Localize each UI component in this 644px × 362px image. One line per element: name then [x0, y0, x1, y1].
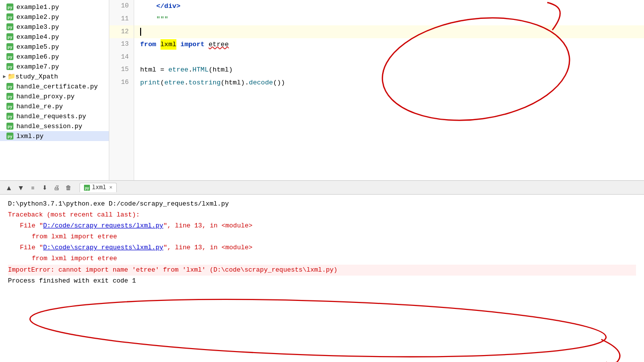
code-text: (html)	[209, 65, 233, 75]
svg-point-1	[29, 292, 607, 362]
code-text: (	[161, 77, 164, 88]
tab-close-button[interactable]: ×	[109, 185, 113, 191]
terminal-section: ▲ ▼ ≡ ⬇ 🖨 🗑 py lxml × D:\python3.7.1\pyt…	[0, 181, 644, 362]
code-line-14	[134, 51, 644, 64]
code-line-12	[134, 25, 644, 38]
sidebar-item-handle-proxy[interactable]: py handle_proxy.py	[0, 91, 109, 101]
py-file-icon: py	[6, 3, 14, 11]
line-numbers: 10 11 12 13 14 15 16	[109, 0, 134, 180]
sidebar-item-example5[interactable]: py example5.py	[0, 42, 109, 52]
code-line-11: """	[134, 13, 644, 26]
print-button[interactable]: 🖨	[52, 183, 62, 193]
terminal-line-9: Process finished with exit code 1	[8, 276, 636, 287]
clear-button[interactable]: 🗑	[64, 183, 74, 193]
code-text	[140, 1, 156, 12]
terminal-line-4: from lxml import etree	[8, 231, 636, 242]
py-file-icon: py	[6, 102, 14, 110]
code-text	[156, 39, 160, 50]
code-text: .	[188, 65, 192, 75]
code-text	[176, 39, 180, 50]
code-text-lxml: lxml	[161, 39, 176, 50]
code-text: </div>	[156, 1, 180, 12]
terminal-tabs: ▲ ▼ ≡ ⬇ 🖨 🗑 py lxml ×	[0, 181, 644, 195]
code-text: print	[140, 77, 161, 88]
line-num-10: 10	[109, 0, 134, 13]
code-text: .	[184, 77, 188, 88]
py-file-icon: py	[6, 23, 14, 31]
sidebar-item-handle-cert[interactable]: py handle_certificate.py	[0, 81, 109, 91]
py-file-icon: py	[6, 63, 14, 71]
sidebar-item-label: handle_requests.py	[16, 113, 86, 120]
terminal-line-5: File "D:\code\scrapy_requests\lxml.py", …	[8, 242, 636, 253]
code-text: ())	[273, 77, 285, 88]
sidebar-item-example7[interactable]: py example7.py	[0, 62, 109, 72]
sidebar-item-label: lxml.py	[16, 133, 44, 140]
code-text: etree	[168, 65, 189, 75]
py-file-icon: py	[6, 43, 14, 51]
code-text	[140, 14, 156, 25]
editor-wrapper: 10 11 12 13 14 15 16 </div> """	[109, 0, 644, 180]
terminal-line-6: from lxml import etree	[8, 253, 636, 264]
sidebar-item-label: handle_proxy.py	[16, 93, 75, 100]
terminal-body: D:\python3.7.1\python.exe D:/code/scrapy…	[0, 195, 644, 290]
code-line-13: from lxml import etree	[134, 38, 644, 51]
tab-file-icon: py	[84, 185, 90, 191]
sidebar-item-example3[interactable]: py example3.py	[0, 22, 109, 32]
code-text: decode	[249, 77, 273, 88]
sidebar-item-lxml[interactable]: py lxml.py	[0, 131, 109, 141]
code-content[interactable]: </div> """ from lxml import etree	[134, 0, 644, 180]
sidebar-item-handle-re[interactable]: py handle_re.py	[0, 101, 109, 111]
cursor	[140, 28, 141, 36]
download-button[interactable]: ⬇	[40, 183, 50, 193]
sidebar-item-label: handle_re.py	[16, 103, 63, 110]
py-file-icon: py	[6, 132, 14, 140]
sidebar-item-label: example1.py	[16, 3, 59, 11]
terminal-line-3: File "D:/code/scrapy_requests/lxml.py", …	[8, 220, 636, 231]
code-text: (html).	[221, 77, 249, 88]
line-num-16: 16	[109, 76, 134, 89]
sidebar-item-label: example2.py	[16, 13, 59, 21]
py-file-icon: py	[6, 13, 14, 21]
terminal-tab-lxml[interactable]: py lxml ×	[80, 183, 117, 192]
toggle-soft-wrap-button[interactable]: ≡	[28, 183, 38, 193]
line-num-15: 15	[109, 64, 134, 76]
sidebar: py example1.py py example2.py py example…	[0, 0, 109, 180]
sidebar-item-example6[interactable]: py example6.py	[0, 52, 109, 62]
sidebar-item-study-xpath[interactable]: ▶ 📁 study_Xpath	[0, 72, 109, 81]
line-num-14: 14	[109, 51, 134, 64]
py-file-icon: py	[6, 112, 14, 120]
folder-arrow-icon: ▶	[3, 73, 6, 79]
scroll-up-button[interactable]: ▲	[4, 183, 14, 193]
sidebar-item-example1[interactable]: py example1.py	[0, 2, 109, 12]
sidebar-item-label: example6.py	[16, 53, 59, 61]
terminal-line-7: ImportError: cannot import name 'etree' …	[8, 265, 636, 276]
line-num-12: 12	[109, 25, 134, 38]
terminal-body-wrapper: D:\python3.7.1\python.exe D:/code/scrapy…	[0, 195, 644, 362]
code-text: html =	[140, 65, 168, 75]
py-file-icon: py	[6, 122, 14, 130]
py-file-icon: py	[6, 33, 14, 41]
code-text: import	[180, 39, 205, 50]
code-text: etree	[164, 77, 185, 88]
sidebar-item-handle-requests[interactable]: py handle_requests.py	[0, 111, 109, 121]
terminal-line-2: Traceback (most recent call last):	[8, 210, 636, 220]
sidebar-item-label: example4.py	[16, 33, 59, 41]
line-num-11: 11	[109, 13, 134, 26]
tab-label-text: lxml	[92, 184, 106, 191]
sidebar-item-handle-session[interactable]: py handle_session.py	[0, 121, 109, 131]
main-area: py example1.py py example2.py py example…	[0, 0, 644, 181]
sidebar-item-example2[interactable]: py example2.py	[0, 12, 109, 22]
sidebar-item-label: study_Xpath	[15, 73, 58, 80]
terminal-line-1: D:\python3.7.1\python.exe D:/code/scrapy…	[8, 199, 636, 210]
py-file-icon: py	[6, 53, 14, 61]
scroll-down-button[interactable]: ▼	[16, 183, 26, 193]
file-link-2[interactable]: D:\code\scrapy_requests\lxml.py	[43, 244, 163, 251]
code-text: tostring	[188, 77, 221, 88]
file-link-1[interactable]: D:/code/scrapy_requests/lxml.py	[43, 222, 163, 229]
sidebar-item-label: handle_session.py	[16, 123, 82, 130]
sidebar-item-label: example7.py	[16, 63, 59, 71]
sidebar-item-example4[interactable]: py example4.py	[0, 32, 109, 42]
code-text: """	[156, 14, 168, 25]
py-file-icon: py	[6, 92, 14, 100]
code-text	[205, 39, 209, 50]
